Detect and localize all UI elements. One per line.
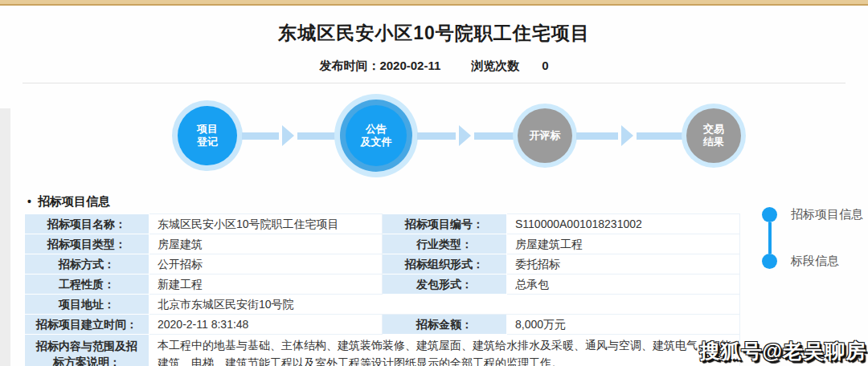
flow-step-project-registration[interactable]: 项目 登记 [172, 100, 243, 171]
table-row: 招标项目类型： 房屋建筑 行业类型： 房屋建筑工程 [25, 234, 740, 254]
cell-label: 招标项目类型： [25, 234, 149, 254]
publish-info-row: 发布时间：2020-02-11浏览次数0 [0, 59, 868, 74]
cell-label: 行业类型： [383, 234, 507, 254]
table-row: 项目地址： 北京市东城区民安街10号院 [25, 295, 740, 315]
flow-arrow-icon [576, 125, 682, 146]
anchor-item-tender-project-info[interactable]: 招标项目信息 [762, 207, 866, 222]
flow-step-bid-opening-evaluation[interactable]: 开评标 [513, 104, 577, 168]
watermark-sohu-account: 搜狐号@老吴聊房 [700, 338, 866, 364]
cell-label: 发包形式： [383, 274, 507, 295]
top-gold-bar [0, 0, 868, 6]
flow-step-transaction-result[interactable]: 交易 结果 [682, 104, 746, 168]
views-count: 0 [542, 59, 548, 72]
cell-value: 本工程中的地基与基础、主体结构、建筑装饰装修、建筑屋面、建筑给水排水及采暖、通风… [149, 335, 740, 366]
process-flow: 项目 登记 公告 及文件 开评标 [0, 83, 868, 188]
table-row: 招标项目建立时间： 2020-2-11 8:31:48 招标金额： 8,000万… [25, 315, 740, 335]
publish-time-label: 发布时间： [319, 59, 379, 72]
flow-arrow-icon [242, 125, 336, 146]
anchor-connector-line [768, 222, 772, 254]
table-row: 工程性质： 新建工程 发包形式： 总承包 [25, 274, 740, 295]
cell-value: 房屋建筑 [149, 234, 383, 254]
cell-value: S110000A001018231002 [507, 214, 740, 234]
cell-value: 房屋建筑工程 [507, 234, 740, 254]
page-edge-strip [0, 108, 10, 366]
publish-time-value: 2020-02-11 [379, 59, 440, 72]
cell-label: 招标项目编号： [383, 214, 507, 234]
bullet-icon: • [27, 195, 31, 208]
section-title: 招标项目信息 [38, 194, 110, 208]
flow-arrow-icon [417, 125, 514, 146]
cell-label: 招标方式： [25, 254, 149, 274]
cell-value: 委托招标 [507, 254, 740, 274]
cell-label: 招标金额： [383, 315, 507, 335]
cell-label: 招标内容与范围及招标方案说明： [25, 335, 149, 366]
tender-project-info-table: 招标项目名称： 东城区民安小区10号院职工住宅项目 招标项目编号： S11000… [24, 214, 740, 366]
flow-step-label: 交易 [703, 123, 724, 136]
views-label: 浏览次数 [471, 59, 519, 72]
cell-value: 2020-2-11 8:31:48 [149, 315, 383, 335]
table-row: 招标内容与范围及招标方案说明： 本工程中的地基与基础、主体结构、建筑装饰装修、建… [25, 335, 740, 366]
anchor-label: 标段信息 [791, 254, 839, 269]
anchor-label: 招标项目信息 [791, 207, 863, 222]
cell-value: 总承包 [507, 274, 740, 295]
cell-value: 新建工程 [149, 274, 383, 295]
flow-step-label: 及文件 [361, 136, 392, 148]
cell-value: 公开招标 [149, 254, 383, 274]
cell-label: 招标项目名称： [25, 214, 149, 234]
cell-label: 工程性质： [25, 274, 149, 295]
cell-value: 北京市东城区民安街10号院 [149, 295, 740, 315]
anchor-nav: 招标项目信息 标段信息 [762, 207, 866, 269]
anchor-item-section-info[interactable]: 标段信息 [762, 254, 866, 269]
flow-step-announcement-documents[interactable]: 公告 及文件 [334, 94, 418, 177]
page-title: 东城区民安小区10号院职工住宅项目 [0, 21, 868, 46]
table-row: 招标项目名称： 东城区民安小区10号院职工住宅项目 招标项目编号： S11000… [25, 214, 740, 234]
flow-step-label: 开评标 [530, 129, 561, 142]
cell-value: 8,000万元 [507, 315, 740, 335]
table-row: 招标方式： 公开招标 招标组织形式： 委托招标 [25, 254, 740, 274]
section-heading-tender-project-info: •招标项目信息 [27, 194, 868, 209]
cell-label: 招标组织形式： [383, 254, 507, 274]
flow-step-label: 结果 [703, 136, 724, 148]
cell-value: 东城区民安小区10号院职工住宅项目 [149, 214, 383, 234]
anchor-dot-icon [762, 254, 777, 269]
cell-label: 项目地址： [25, 295, 149, 315]
anchor-dot-icon [762, 207, 777, 222]
page: 东城区民安小区10号院职工住宅项目 发布时间：2020-02-11浏览次数0 项… [0, 0, 868, 366]
flow-step-label: 登记 [197, 136, 218, 148]
flow-step-label: 公告 [366, 123, 387, 136]
flow-step-label: 项目 [197, 123, 218, 136]
cell-label: 招标项目建立时间： [25, 315, 149, 335]
